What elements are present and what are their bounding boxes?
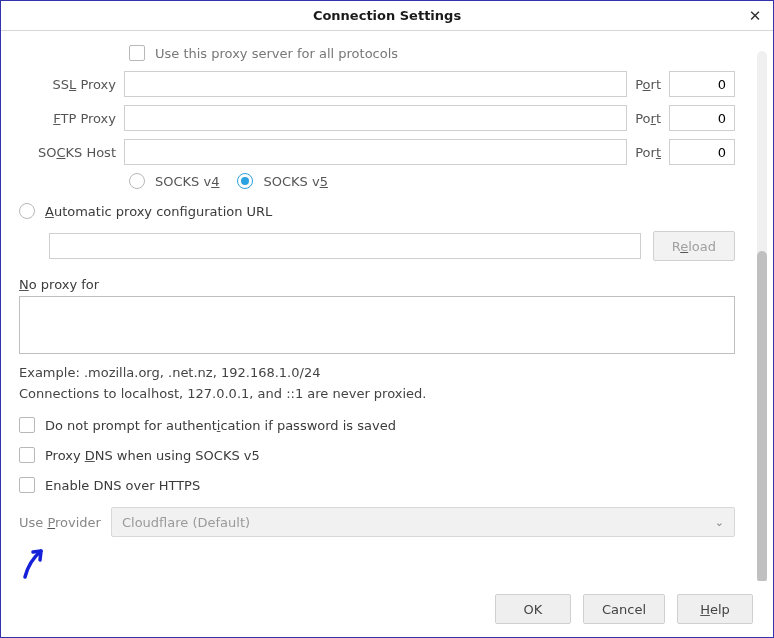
use-all-protocols-label: Use this proxy server for all protocols bbox=[155, 46, 398, 61]
no-proxy-example: Example: .mozilla.org, .net.nz, 192.168.… bbox=[19, 365, 735, 380]
ssl-proxy-label: SSL Proxy bbox=[19, 77, 124, 92]
auto-proxy-radio[interactable] bbox=[19, 203, 35, 219]
cancel-button[interactable]: Cancel bbox=[583, 594, 665, 624]
pac-url-input[interactable] bbox=[49, 233, 641, 259]
provider-label: Use Provider bbox=[19, 515, 101, 530]
no-prompt-checkbox[interactable] bbox=[19, 417, 35, 433]
ssl-port-input[interactable] bbox=[669, 71, 735, 97]
reload-button[interactable]: Reload bbox=[653, 231, 735, 261]
no-prompt-label: Do not prompt for authentication if pass… bbox=[45, 418, 396, 433]
no-proxy-textarea[interactable] bbox=[19, 296, 735, 354]
ftp-proxy-input[interactable] bbox=[124, 105, 627, 131]
ftp-port-label: Port bbox=[627, 111, 669, 126]
provider-value: Cloudflare (Default) bbox=[122, 515, 250, 530]
dialog-footer: OK Cancel Help bbox=[1, 581, 773, 637]
dialog-title: Connection Settings bbox=[313, 8, 461, 23]
ssl-proxy-input[interactable] bbox=[124, 71, 627, 97]
no-proxy-label: No proxy for bbox=[19, 277, 735, 292]
use-all-protocols-checkbox[interactable] bbox=[129, 45, 145, 61]
close-button[interactable]: ✕ bbox=[745, 6, 765, 26]
provider-select[interactable]: Cloudflare (Default) ⌄ bbox=[111, 507, 735, 537]
auto-proxy-label: Automatic proxy configuration URL bbox=[45, 204, 272, 219]
socks-v4-label: SOCKS v4 bbox=[155, 174, 219, 189]
no-proxy-note: Connections to localhost, 127.0.0.1, and… bbox=[19, 386, 735, 401]
socks-v5-radio[interactable] bbox=[237, 173, 253, 189]
socks-port-label: Port bbox=[627, 145, 669, 160]
socks-v5-label: SOCKS v5 bbox=[263, 174, 327, 189]
enable-doh-checkbox[interactable] bbox=[19, 477, 35, 493]
ftp-port-input[interactable] bbox=[669, 105, 735, 131]
chevron-down-icon: ⌄ bbox=[715, 516, 724, 529]
socks-host-input[interactable] bbox=[124, 139, 627, 165]
ftp-proxy-label: FTP Proxy bbox=[19, 111, 124, 126]
proxy-dns-checkbox[interactable] bbox=[19, 447, 35, 463]
socks-port-input[interactable] bbox=[669, 139, 735, 165]
ok-button[interactable]: OK bbox=[495, 594, 571, 624]
proxy-dns-label: Proxy DNS when using SOCKS v5 bbox=[45, 448, 260, 463]
ssl-port-label: Port bbox=[627, 77, 669, 92]
socks-v4-radio[interactable] bbox=[129, 173, 145, 189]
help-button[interactable]: Help bbox=[677, 594, 753, 624]
titlebar: Connection Settings ✕ bbox=[1, 1, 773, 31]
connection-settings-dialog: Connection Settings ✕ Use this proxy ser… bbox=[0, 0, 774, 638]
enable-doh-label: Enable DNS over HTTPS bbox=[45, 478, 200, 493]
dialog-body: Use this proxy server for all protocols … bbox=[1, 31, 773, 581]
socks-host-label: SOCKS Host bbox=[19, 145, 124, 160]
scrollbar-thumb[interactable] bbox=[757, 251, 767, 581]
